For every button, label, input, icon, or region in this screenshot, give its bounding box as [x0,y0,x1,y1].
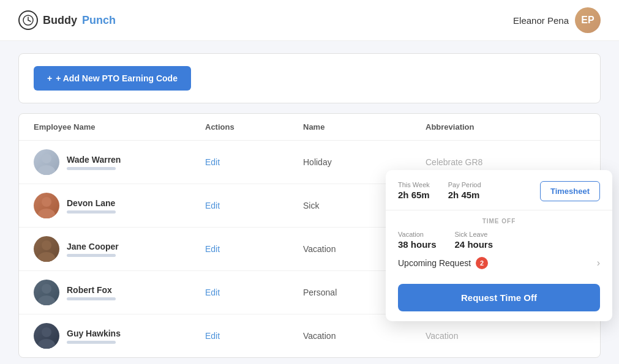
edit-link[interactable]: Edit [205,331,220,341]
edit-link[interactable]: Edit [205,244,220,254]
col-name: Name [303,122,426,132]
svg-point-12 [38,339,55,349]
avatar [34,323,59,349]
chevron-right-icon: › [597,258,600,269]
employee-info: Jane Cooper [67,242,119,257]
employee-bar [67,254,116,257]
action-cell: Edit [205,330,303,341]
add-pto-button[interactable]: + + Add New PTO Earning Code [34,66,191,91]
action-cell: Edit [205,243,303,254]
table-header: Employee Name Actions Name Abbreviation [19,114,600,141]
col-abbreviation: Abbreviation [426,122,585,132]
vacation-label: Vacation [398,231,437,238]
pay-period-value: 2h 45m [448,190,481,200]
user-profile: Eleanor Pena EP [513,7,601,33]
employee-bar [67,210,116,214]
svg-point-5 [42,197,51,207]
logo-clock-icon [18,10,38,30]
employee-bar [67,341,116,344]
svg-point-10 [38,295,55,305]
action-cell: Edit [205,200,303,211]
edit-link[interactable]: Edit [205,288,220,297]
avatar [34,149,59,175]
sick-leave-label: Sick Leave [455,231,493,238]
action-cell: Edit [205,287,303,298]
this-week-label: This Week [398,181,430,188]
sick-leave-stat: Sick Leave 24 hours [455,231,493,250]
sick-leave-value: 24 hours [455,239,493,250]
employee-name: Guy Hawkins [67,329,121,338]
col-employee-name: Employee Name [34,122,205,132]
add-btn-container: + + Add New PTO Earning Code [18,53,601,103]
upcoming-request-row[interactable]: Upcoming Request 2 › [398,257,600,269]
avatar [34,193,59,218]
employee-cell: Devon Lane [34,193,205,218]
employee-cell: Robert Fox [34,280,205,305]
employee-cell: Wade Warren [34,149,205,175]
time-off-stats: Vacation 38 hours Sick Leave 24 hours [398,231,600,250]
col-actions: Actions [205,122,303,132]
employee-bar [67,297,116,300]
edit-link[interactable]: Edit [205,157,220,167]
add-pto-label: + Add New PTO Earning Code [56,73,178,83]
svg-line-2 [28,20,31,21]
this-week-value: 2h 65m [398,190,430,200]
upcoming-badge: 2 [476,257,488,269]
employee-cell: Guy Hawkins [34,323,205,349]
svg-point-8 [38,252,55,262]
employee-info: Devon Lane [67,198,116,214]
logo-punch: Punch [82,14,116,27]
popup-stats: This Week 2h 65m Pay Period 2h 45m [398,181,481,200]
employee-info: Guy Hawkins [67,329,121,344]
avatar [34,280,59,305]
employee-info: Robert Fox [67,285,116,300]
popup-bottom: Request Time Off [386,277,612,321]
employee-name: Wade Warren [67,155,121,165]
svg-point-6 [38,209,55,218]
app-logo: Buddy Punch [18,10,116,30]
upcoming-request-label: Upcoming Request [398,258,471,268]
edit-link[interactable]: Edit [205,201,220,210]
employee-name: Robert Fox [67,285,116,295]
pto-name-cell: Holiday [303,157,426,167]
plus-icon: + [47,73,52,83]
svg-point-11 [42,327,51,337]
pto-name-cell: Vacation [303,331,426,341]
employee-popup: This Week 2h 65m Pay Period 2h 45m Times… [386,170,612,321]
vacation-value: 38 hours [398,239,437,250]
vacation-stat: Vacation 38 hours [398,231,437,250]
employee-cell: Jane Cooper [34,236,205,262]
user-name-label: Eleanor Pena [513,15,569,26]
action-cell: Edit [205,157,303,168]
user-avatar[interactable]: EP [575,7,601,33]
employee-bar [67,167,116,170]
this-week-stat: This Week 2h 65m [398,181,430,200]
abbreviation-cell: Celebrate GR8 [426,157,585,167]
svg-point-7 [42,240,51,250]
logo-buddy: Buddy [43,14,77,27]
svg-point-9 [42,284,51,294]
time-off-section: TIME OFF Vacation 38 hours Sick Leave 24… [386,210,612,277]
avatar [34,236,59,262]
svg-point-4 [38,165,55,175]
app-header: Buddy Punch Eleanor Pena EP [0,0,619,41]
request-time-off-button[interactable]: Request Time Off [398,284,600,311]
popup-header: This Week 2h 65m Pay Period 2h 45m Times… [386,170,612,210]
employee-name: Devon Lane [67,198,116,208]
pay-period-stat: Pay Period 2h 45m [448,181,481,200]
time-off-label: TIME OFF [398,218,600,225]
upcoming-left: Upcoming Request 2 [398,257,488,269]
abbreviation-cell: Vacation [426,331,585,341]
employee-info: Wade Warren [67,155,121,170]
employee-name: Jane Cooper [67,242,119,251]
pay-period-label: Pay Period [448,181,481,188]
timesheet-button[interactable]: Timesheet [540,181,600,201]
svg-point-3 [42,154,51,163]
